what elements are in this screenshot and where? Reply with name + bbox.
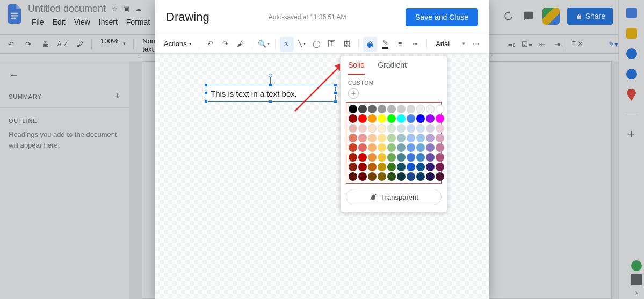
textbox-tool-icon[interactable]: 🅃	[325, 37, 339, 52]
maps-icon[interactable]	[627, 89, 636, 101]
color-swatch[interactable]	[397, 163, 406, 171]
color-swatch[interactable]	[368, 105, 377, 113]
move-icon[interactable]: ▣	[123, 5, 129, 13]
color-swatch[interactable]	[387, 153, 396, 162]
color-swatch[interactable]	[407, 172, 415, 181]
color-swatch[interactable]	[436, 163, 444, 171]
resize-handle[interactable]	[204, 100, 208, 104]
color-swatch[interactable]	[426, 153, 435, 162]
color-swatch[interactable]	[397, 124, 406, 133]
color-swatch[interactable]	[436, 124, 444, 133]
docs-logo[interactable]	[4, 3, 26, 25]
color-swatch[interactable]	[397, 114, 406, 123]
color-swatch[interactable]	[368, 153, 377, 162]
line-tool-icon[interactable]: ╲	[295, 37, 309, 52]
menu-edit[interactable]: Edit	[49, 16, 69, 28]
color-swatch[interactable]	[358, 114, 367, 123]
color-swatch[interactable]	[426, 134, 435, 142]
spellcheck-icon[interactable]: Ａ✓	[55, 37, 70, 52]
border-dash-icon[interactable]: ┅	[408, 37, 422, 52]
color-swatch[interactable]	[426, 172, 435, 181]
color-swatch[interactable]	[378, 163, 386, 171]
color-swatch[interactable]	[416, 114, 425, 123]
image-tool-icon[interactable]: 🖼	[340, 37, 354, 52]
doc-title[interactable]: Untitled document	[28, 3, 106, 14]
color-swatch[interactable]	[349, 134, 357, 142]
undo-icon[interactable]: ↶	[3, 37, 18, 52]
transparent-button[interactable]: Transparent	[346, 189, 442, 205]
color-swatch[interactable]	[387, 124, 396, 133]
add-summary-icon[interactable]: +	[114, 91, 120, 102]
color-swatch[interactable]	[368, 134, 377, 142]
comment-icon[interactable]	[522, 10, 535, 23]
resize-handle[interactable]	[269, 100, 272, 104]
redo-icon[interactable]: ↷	[20, 37, 35, 52]
color-swatch[interactable]	[387, 172, 396, 181]
color-swatch[interactable]	[407, 163, 415, 171]
color-swatch[interactable]	[349, 114, 357, 123]
color-swatch[interactable]	[378, 143, 386, 152]
color-swatch[interactable]	[368, 163, 377, 171]
color-swatch[interactable]	[397, 134, 406, 142]
color-swatch[interactable]	[349, 163, 357, 171]
color-swatch[interactable]	[378, 134, 386, 142]
color-swatch[interactable]	[426, 105, 435, 113]
color-swatch[interactable]	[349, 105, 357, 113]
color-swatch[interactable]	[407, 143, 415, 152]
color-swatch[interactable]	[436, 172, 444, 181]
color-swatch[interactable]	[397, 105, 406, 113]
color-swatch[interactable]	[387, 134, 396, 142]
tab-gradient[interactable]: Gradient	[378, 61, 407, 75]
color-swatch[interactable]	[378, 105, 386, 113]
color-swatch[interactable]	[387, 105, 396, 113]
actions-menu[interactable]: Actions▾	[161, 40, 194, 48]
color-swatch[interactable]	[378, 114, 386, 123]
clear-format-icon[interactable]: Ｔ✕	[569, 37, 584, 52]
selected-textbox[interactable]: This is text in a text box.	[206, 85, 336, 102]
cloud-icon[interactable]: ☁	[135, 5, 142, 13]
add-custom-color-icon[interactable]: ＋	[348, 88, 359, 99]
color-swatch[interactable]	[436, 153, 444, 162]
border-weight-icon[interactable]: ≡	[393, 37, 407, 52]
checklist-icon[interactable]: ☑≡	[519, 37, 534, 52]
zoom-select[interactable]: 100%	[96, 37, 129, 51]
contacts-icon[interactable]	[626, 69, 637, 79]
color-swatch[interactable]	[387, 143, 396, 152]
resize-handle[interactable]	[334, 100, 337, 104]
color-swatch[interactable]	[436, 114, 444, 123]
color-swatch[interactable]	[358, 105, 367, 113]
keep-icon[interactable]	[626, 28, 637, 39]
undo-icon[interactable]: ↶	[204, 37, 218, 52]
color-swatch[interactable]	[358, 153, 367, 162]
color-swatch[interactable]	[426, 124, 435, 133]
color-swatch[interactable]	[358, 124, 367, 133]
color-swatch[interactable]	[397, 143, 406, 152]
color-swatch[interactable]	[358, 143, 367, 152]
color-swatch[interactable]	[358, 134, 367, 142]
color-swatch[interactable]	[397, 153, 406, 162]
resize-handle[interactable]	[334, 91, 337, 95]
rotate-handle[interactable]	[269, 74, 272, 77]
menu-view[interactable]: View	[70, 16, 94, 28]
shape-tool-icon[interactable]: ◯	[310, 37, 324, 52]
color-swatch[interactable]	[426, 143, 435, 152]
indent-decrease-icon[interactable]: ⇤	[534, 37, 549, 52]
tab-solid[interactable]: Solid	[348, 61, 365, 75]
paint-format-icon[interactable]: 🖌	[234, 37, 248, 52]
show-side-panel-icon[interactable]: ›	[635, 288, 638, 297]
color-swatch[interactable]	[407, 153, 415, 162]
share-button[interactable]: Share	[567, 8, 613, 25]
color-swatch[interactable]	[358, 163, 367, 171]
more-icon[interactable]: ⋯	[469, 37, 483, 52]
menu-insert[interactable]: Insert	[95, 16, 121, 28]
color-swatch[interactable]	[416, 153, 425, 162]
explore-icon[interactable]	[631, 274, 642, 285]
menu-format[interactable]: Format	[122, 16, 154, 28]
resize-handle[interactable]	[269, 83, 272, 87]
save-and-close-button[interactable]: Save and Close	[406, 8, 478, 26]
color-swatch[interactable]	[407, 134, 415, 142]
color-swatch[interactable]	[416, 124, 425, 133]
color-swatch[interactable]	[407, 114, 415, 123]
color-swatch[interactable]	[349, 153, 357, 162]
color-swatch[interactable]	[368, 124, 377, 133]
